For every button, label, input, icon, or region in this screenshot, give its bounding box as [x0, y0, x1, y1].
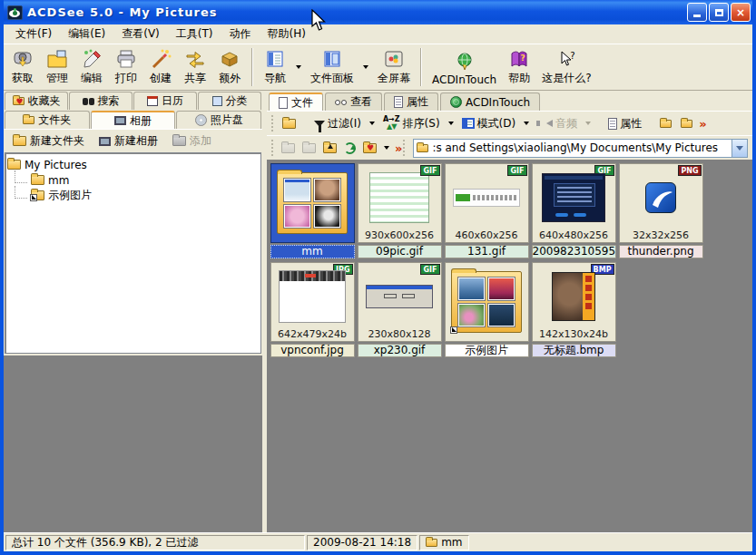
- tab-search[interactable]: 搜索: [69, 92, 133, 110]
- tab-view[interactable]: 查看: [325, 92, 382, 111]
- maximize-button[interactable]: [709, 3, 729, 22]
- up-button[interactable]: [319, 141, 340, 156]
- close-button[interactable]: ×: [731, 3, 751, 22]
- menu-help[interactable]: 帮助(H): [260, 24, 314, 44]
- tree-item-my-pictures[interactable]: My Pictures: [7, 157, 259, 172]
- audio-dropdown-icon: [585, 122, 591, 125]
- minimize-button[interactable]: [687, 3, 707, 22]
- image-thumbnail: [453, 189, 520, 207]
- image-thumbnail: [552, 272, 595, 321]
- path-dropdown-button[interactable]: [731, 140, 747, 157]
- audio-button: 音频: [542, 113, 582, 134]
- file-panel-button[interactable]: 文件面板: [305, 45, 359, 89]
- share-arrows-icon: [183, 48, 207, 70]
- sort-dropdown-icon[interactable]: [448, 122, 454, 125]
- acquire-button[interactable]: 获取: [5, 45, 40, 89]
- print-button[interactable]: 打印: [109, 45, 143, 89]
- folder-tree[interactable]: My Pictures mm 示例图片: [5, 152, 261, 354]
- path-combobox[interactable]: :s and Settings\xiaoliang\My Documents\M…: [413, 139, 748, 158]
- mode-button[interactable]: 模式(D): [457, 113, 521, 134]
- box-icon: [218, 48, 241, 70]
- tab-calendar[interactable]: 日历: [133, 92, 197, 110]
- filter-button[interactable]: 过滤(I): [309, 113, 366, 134]
- properties-button[interactable]: 属性: [604, 113, 646, 134]
- copy-to-button[interactable]: [655, 117, 676, 131]
- toolbar-overflow-chevron[interactable]: »: [699, 117, 704, 131]
- file-cell-09pic[interactable]: GIF 930x600x256 09pic.gif: [358, 163, 442, 258]
- folder-thumbnail: [277, 172, 348, 234]
- folder-icon: [7, 160, 21, 170]
- favorites-dropdown-icon[interactable]: [384, 146, 389, 150]
- sort-button[interactable]: A→Z▲▼ 排序(S): [378, 113, 445, 134]
- fullscreen-icon: [382, 48, 406, 70]
- path-text: :s and Settings\xiaoliang\My Documents\M…: [432, 141, 731, 154]
- navigation-bar: ♥ » :s and Settings\xiaoliang\My Documen…: [267, 135, 752, 160]
- toolbar-grip[interactable]: [403, 140, 407, 156]
- image-dimensions: 230x80x128: [358, 328, 441, 340]
- menu-view[interactable]: 查看(V): [113, 24, 168, 44]
- share-button[interactable]: 共享: [178, 45, 212, 89]
- help-button[interactable]: ? 帮助: [502, 45, 536, 89]
- status-datetime-section: 2009-08-21 14:18: [307, 535, 417, 550]
- edit-button[interactable]: 编辑: [74, 45, 109, 89]
- toolbar-grip[interactable]: [271, 140, 275, 156]
- file-cell-thunder[interactable]: PNG 32x32x256 thunder.png: [619, 163, 703, 258]
- file-cell-untitled-bmp[interactable]: BMP 142x130x24b 无标题.bmp: [532, 262, 616, 357]
- tab-favorites[interactable]: ♥ 收藏夹: [5, 92, 68, 110]
- file-cell-vpnconf[interactable]: JPG 642x479x24b vpnconf.jpg: [270, 262, 355, 357]
- main-toolbar: 获取 管理 编辑 打印 创建 共享: [4, 44, 752, 91]
- right-tabs: 文件 查看 属性 ACDInTouch: [267, 91, 752, 111]
- toolbar-grip[interactable]: [271, 115, 275, 131]
- navbar-overflow-chevron[interactable]: »: [395, 141, 400, 155]
- mode-dropdown-icon[interactable]: [524, 122, 529, 125]
- fullscreen-button[interactable]: 全屏幕: [372, 45, 416, 89]
- filter-dropdown-icon[interactable]: [369, 122, 375, 125]
- sort-az-icon: A→Z▲▼: [383, 116, 400, 131]
- file-cell-xp230[interactable]: GIF 230x80x128 xp230.gif: [358, 262, 442, 357]
- menu-edit[interactable]: 编辑(E): [60, 24, 113, 44]
- manage-button[interactable]: 管理: [40, 45, 74, 89]
- whats-this-button[interactable]: ? 这是什么?: [536, 45, 596, 89]
- folder-icon: [282, 119, 296, 129]
- left-panel-empty-area: [4, 354, 262, 532]
- acdsee-eye-icon: [7, 5, 23, 20]
- tab-properties[interactable]: 属性: [384, 92, 438, 111]
- file-cell-131[interactable]: GIF 460x60x256 131.gif: [445, 163, 529, 258]
- whats-this-icon: ?: [555, 48, 578, 70]
- file-panel-dropdown-icon[interactable]: [363, 65, 368, 69]
- binoculars-icon: [83, 98, 94, 105]
- navigate-button[interactable]: 导航: [258, 45, 292, 89]
- tab-acdintouch[interactable]: ACDInTouch: [440, 92, 540, 111]
- acdintouch-button[interactable]: ACDInTouch: [427, 45, 502, 89]
- title-bar[interactable]: ACDSee 5.0 - My Pictures ×: [4, 0, 752, 24]
- create-button[interactable]: 创建: [143, 45, 178, 89]
- navigate-dropdown-icon[interactable]: [296, 65, 301, 69]
- tree-item-mm[interactable]: mm: [7, 172, 259, 188]
- menu-file[interactable]: 文件(F): [7, 24, 60, 44]
- new-album-button[interactable]: 新建相册: [93, 131, 163, 151]
- move-to-button[interactable]: [676, 117, 697, 131]
- file-cell-mm[interactable]: mm: [270, 163, 355, 258]
- tab-categories[interactable]: 分类: [198, 92, 261, 110]
- tree-item-sample-pictures[interactable]: 示例图片: [7, 188, 259, 203]
- tab-folders[interactable]: 文件夹: [5, 111, 90, 129]
- favorites-button[interactable]: ♥: [359, 141, 380, 156]
- tab-photodisc[interactable]: 照片盘: [176, 111, 261, 129]
- status-summary: 总计 10 个文件 (356.9 KB), 2 已过滤: [12, 535, 198, 550]
- extra-button[interactable]: 额外: [212, 45, 247, 89]
- file-cell-sample-pictures[interactable]: 示例图片: [445, 262, 529, 357]
- file-name: 200982310595...: [532, 245, 616, 258]
- tab-albums[interactable]: 相册: [91, 111, 176, 129]
- left-tabs-row2: 文件夹 相册 照片盘: [4, 110, 262, 129]
- new-folder-button-small[interactable]: [278, 116, 300, 131]
- menu-actions[interactable]: 动作: [221, 24, 260, 44]
- refresh-button[interactable]: [340, 140, 359, 157]
- menu-tools[interactable]: 工具(T): [168, 24, 221, 44]
- tab-files[interactable]: 文件: [269, 92, 323, 111]
- move-to-icon: [681, 120, 692, 128]
- file-cell-2009823[interactable]: GIF 640x480x256 200982310595...: [532, 163, 616, 258]
- new-folder-button[interactable]: 新建文件夹: [7, 131, 90, 151]
- file-browser[interactable]: mm GIF 930x600x256 09pic.gif GIF: [267, 160, 752, 532]
- nav-pane-icon: [263, 48, 287, 70]
- path-folder-icon: [417, 144, 428, 152]
